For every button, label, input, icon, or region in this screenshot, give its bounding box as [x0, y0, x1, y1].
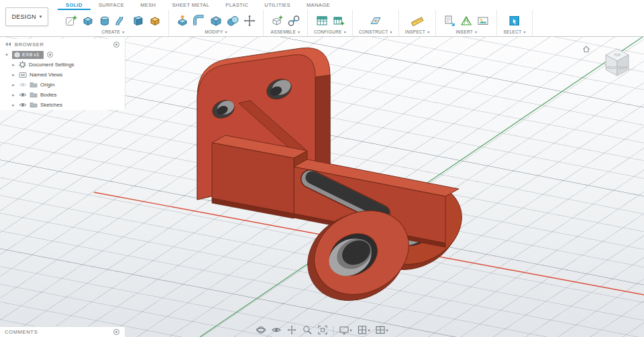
- tab-plastic[interactable]: PLASTIC: [217, 0, 256, 10]
- decal-button[interactable]: [476, 13, 490, 28]
- fillet-button[interactable]: [192, 13, 207, 28]
- expand-caret-icon[interactable]: ▸: [11, 82, 16, 88]
- pan-button[interactable]: [286, 325, 297, 335]
- configuration-table-button[interactable]: [315, 13, 329, 28]
- visibility-eye-icon[interactable]: [19, 82, 27, 88]
- assemble-dropdown[interactable]: ASSEMBLE▾: [271, 29, 301, 34]
- chevron-down-icon: ▾: [350, 328, 352, 332]
- expand-caret-icon[interactable]: ▸: [11, 103, 16, 108]
- insert-mesh-button[interactable]: [459, 13, 474, 28]
- move-copy-button[interactable]: [242, 13, 257, 28]
- fit-button[interactable]: [317, 325, 327, 335]
- chevron-down-icon: ▾: [122, 29, 124, 34]
- sweep-icon: [115, 14, 128, 27]
- pan-icon: [286, 325, 297, 335]
- sweep-button[interactable]: [114, 13, 129, 28]
- orbit-button[interactable]: [256, 325, 266, 335]
- primitive-box-button[interactable]: [148, 13, 162, 28]
- toolbar-group-assemble: ASSEMBLE▾: [264, 10, 308, 36]
- browser-item-named-views[interactable]: ▸ Named Views: [0, 70, 125, 80]
- configure-features-button[interactable]: [331, 13, 346, 28]
- move-copy-icon: [243, 14, 256, 27]
- press-pull-icon: [176, 14, 189, 27]
- construct-dropdown[interactable]: CONSTRUCT▾: [359, 29, 392, 34]
- expand-caret-icon[interactable]: ▸: [11, 72, 16, 78]
- ribbon-groups: CREATE▾: [58, 10, 644, 36]
- select-button[interactable]: [507, 13, 522, 28]
- display-settings-button[interactable]: ▾: [339, 325, 352, 335]
- tab-sheet-metal[interactable]: SHEET METAL: [164, 0, 217, 10]
- gear-icon: [19, 61, 26, 68]
- construction-plane-icon: [369, 14, 382, 27]
- tab-solid[interactable]: SOLID: [58, 0, 91, 10]
- modify-label: MODIFY: [205, 29, 223, 34]
- item-label: Origin: [40, 82, 54, 88]
- insert-derive-button[interactable]: [442, 13, 457, 28]
- create-dropdown[interactable]: CREATE▾: [102, 29, 125, 34]
- tab-manage[interactable]: MANAGE: [299, 0, 338, 10]
- toolbar-group-insert: INSERT▾: [436, 10, 497, 36]
- shell-button[interactable]: [209, 13, 223, 28]
- revolve-button[interactable]: [97, 13, 112, 28]
- select-dropdown[interactable]: SELECT▾: [503, 29, 525, 34]
- chevron-down-icon: ▾: [524, 29, 526, 34]
- viewcube-right-label: RIGHT: [619, 66, 628, 70]
- grid-snaps-button[interactable]: ▾: [357, 325, 370, 335]
- construction-plane-button[interactable]: [368, 13, 383, 28]
- visibility-eye-icon[interactable]: [19, 102, 27, 108]
- comments-panel[interactable]: COMMENTS: [0, 326, 125, 337]
- active-document-pill[interactable]: EX8 v1: [12, 51, 44, 59]
- create-sketch-button[interactable]: [64, 13, 78, 28]
- insert-mesh-icon: [460, 14, 473, 27]
- modify-dropdown[interactable]: MODIFY▾: [205, 29, 227, 34]
- configure-dropdown[interactable]: CONFIGURE▾: [314, 29, 346, 34]
- expand-caret-icon[interactable]: ▸: [11, 62, 16, 68]
- combine-button[interactable]: [225, 13, 240, 28]
- browser-header[interactable]: BROWSER: [0, 39, 125, 50]
- fit-icon: [317, 325, 327, 335]
- browser-item-origin[interactable]: ▸ Origin: [0, 80, 125, 90]
- inspect-dropdown[interactable]: INSPECT▾: [405, 29, 430, 34]
- expand-caret-icon[interactable]: ▾: [4, 52, 9, 58]
- viewport-canvas[interactable]: TOP FRONT RIGHT BROWSER ▾ EX8 v1 ▸: [0, 37, 644, 337]
- design-menu-button[interactable]: DESIGN ▾: [5, 7, 48, 26]
- look-at-button[interactable]: [271, 325, 281, 335]
- browser-panel: BROWSER ▾ EX8 v1 ▸ Document Settings ▸: [0, 39, 125, 110]
- viewcube-top-label: TOP: [614, 53, 621, 57]
- joint-button[interactable]: [286, 13, 301, 28]
- expand-caret-icon[interactable]: ▸: [11, 92, 16, 98]
- measure-button[interactable]: [410, 13, 425, 28]
- combine-icon: [226, 14, 239, 27]
- options-icon: [113, 328, 120, 336]
- viewports-button[interactable]: ▾: [376, 325, 388, 335]
- assemble-label: ASSEMBLE: [271, 29, 296, 34]
- options-icon: [113, 41, 120, 48]
- tab-mesh[interactable]: MESH: [132, 0, 164, 10]
- visibility-eye-icon[interactable]: [19, 92, 27, 98]
- toolbar-group-configure: CONFIGURE▾: [308, 10, 353, 36]
- viewcube[interactable]: TOP FRONT RIGHT: [582, 42, 637, 85]
- zoom-button[interactable]: [302, 325, 312, 335]
- tab-surface[interactable]: SURFACE: [91, 0, 132, 10]
- browser-item-bodies[interactable]: ▸ Bodies: [0, 90, 125, 100]
- radio-icon[interactable]: [46, 51, 54, 58]
- new-component-button[interactable]: [270, 13, 284, 28]
- press-pull-button[interactable]: [175, 13, 190, 28]
- model-part[interactable]: [197, 48, 476, 317]
- tab-utilities[interactable]: UTILITIES: [256, 0, 299, 10]
- toolbar-group-create: CREATE▾: [58, 10, 169, 36]
- browser-item-document[interactable]: ▾ EX8 v1: [0, 50, 125, 60]
- browser-item-sketches[interactable]: ▸ Sketches: [0, 100, 125, 110]
- new-component-icon: [270, 14, 284, 27]
- viewcube-cube[interactable]: TOP FRONT RIGHT: [597, 42, 637, 82]
- comments-options-button[interactable]: [113, 328, 120, 336]
- collapse-panel-icon[interactable]: [5, 42, 11, 47]
- browser-item-document-settings[interactable]: ▸ Document Settings: [0, 60, 125, 70]
- extrude-button[interactable]: [80, 13, 95, 28]
- browser-options-button[interactable]: [113, 41, 120, 48]
- loft-button[interactable]: [131, 13, 146, 28]
- insert-dropdown[interactable]: INSERT▾: [456, 29, 478, 34]
- folder-icon: [30, 102, 38, 108]
- toolbar-group-inspect: INSPECT▾: [399, 10, 437, 36]
- home-icon[interactable]: [582, 45, 590, 53]
